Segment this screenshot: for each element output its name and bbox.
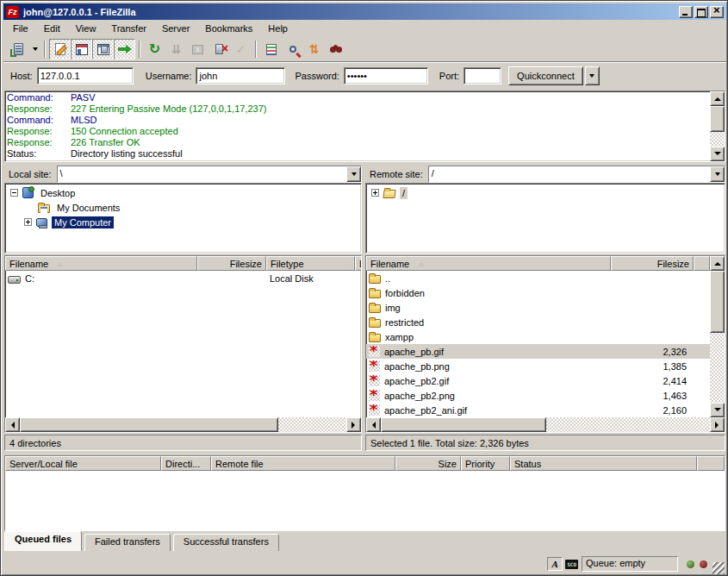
speed-limit-indicator[interactable]: SCO	[565, 560, 578, 569]
local-site-dropdown[interactable]	[346, 166, 361, 182]
menu-help[interactable]: Help	[260, 22, 296, 35]
port-input[interactable]	[464, 67, 501, 85]
scroll-right-button[interactable]	[346, 417, 361, 432]
transfer-type-indicator[interactable]: A	[547, 557, 563, 571]
scrollbar-track[interactable]	[710, 132, 725, 147]
username-input[interactable]	[196, 67, 285, 85]
scroll-right-button[interactable]	[710, 417, 725, 432]
toggle-local-tree-button[interactable]	[71, 39, 92, 59]
queue-body[interactable]	[5, 471, 725, 530]
tree-item-my-documents[interactable]: My Documents	[5, 200, 361, 215]
send-activity-led	[700, 560, 707, 568]
log-line: Response:226 Transfer OK	[7, 137, 708, 148]
close-button[interactable]	[710, 6, 724, 18]
log-scrollbar[interactable]	[710, 91, 725, 161]
site-manager-dropdown[interactable]	[29, 40, 40, 59]
scroll-left-button[interactable]	[5, 417, 20, 432]
site-manager-button[interactable]	[8, 39, 29, 59]
title-bar[interactable]: john@127.0.0.1 - FileZilla	[3, 3, 726, 20]
scrollbar-thumb[interactable]	[710, 271, 725, 333]
queue-header: Server/Local file Directi... Remote file…	[5, 456, 725, 471]
scroll-up-button[interactable]	[710, 256, 725, 271]
remote-file-row-selected[interactable]: apache_pb.gif 2,326	[366, 344, 710, 359]
remote-site-dropdown[interactable]	[710, 166, 725, 182]
menu-transfer[interactable]: Transfer	[103, 22, 154, 35]
synchronized-browsing-button[interactable]	[303, 39, 325, 59]
local-site-combobox[interactable]: \	[57, 166, 362, 183]
remote-file-row[interactable]: ..	[366, 271, 710, 285]
column-direction[interactable]: Directi...	[161, 456, 211, 471]
tab-queued-files[interactable]: Queued files	[4, 531, 82, 551]
scrollbar-track[interactable]	[546, 417, 710, 432]
menu-file[interactable]: File	[5, 22, 36, 35]
remote-file-row[interactable]: apache_pb2.png 1,463	[366, 388, 710, 403]
menu-edit[interactable]: Edit	[36, 22, 68, 35]
host-input[interactable]	[37, 67, 134, 85]
expand-icon[interactable]	[371, 189, 379, 197]
column-filename[interactable]: Filename	[366, 256, 611, 271]
menu-server[interactable]: Server	[154, 22, 197, 35]
column-filesize[interactable]: Filesize	[611, 256, 694, 271]
column-filetype[interactable]: Filetype	[266, 256, 355, 271]
scrollbar-thumb[interactable]	[381, 417, 546, 432]
column-priority[interactable]: Priority	[461, 456, 510, 471]
scrollbar-thumb[interactable]	[20, 417, 278, 432]
remote-file-row[interactable]: img	[366, 300, 710, 315]
local-file-row[interactable]: C: Local Disk	[5, 271, 361, 285]
directory-comparison-button[interactable]	[282, 39, 303, 59]
remote-horizontal-scrollbar[interactable]	[366, 417, 725, 432]
refresh-button[interactable]	[144, 39, 165, 59]
remote-file-row[interactable]: forbidden	[366, 285, 710, 300]
scrollbar-track[interactable]	[710, 333, 725, 403]
tree-item-my-computer[interactable]: My Computer	[5, 215, 361, 229]
local-file-list: Filename Filesize Filetype L C: Local Di…	[4, 255, 362, 433]
scroll-up-button[interactable]	[710, 91, 725, 106]
remote-file-row[interactable]: apache_pb2.gif 2,414	[366, 373, 710, 388]
tab-successful-transfers[interactable]: Successful transfers	[173, 534, 279, 551]
toolbar	[3, 37, 726, 61]
expand-icon[interactable]	[24, 218, 32, 226]
collapse-icon[interactable]	[10, 189, 18, 197]
scrollbar-thumb[interactable]	[710, 106, 725, 132]
quickconnect-dropdown[interactable]	[585, 66, 600, 85]
remote-site-combobox[interactable]: /	[428, 166, 725, 183]
menu-bookmarks[interactable]: Bookmarks	[197, 22, 260, 35]
scroll-down-button[interactable]	[710, 147, 725, 161]
column-filename[interactable]: Filename	[5, 256, 197, 271]
find-files-button[interactable]	[325, 39, 346, 59]
toggle-queue-button[interactable]	[114, 39, 135, 59]
column-filesize[interactable]: Filesize	[197, 256, 266, 271]
remote-vertical-scrollbar[interactable]	[710, 256, 725, 417]
remote-file-row[interactable]: xampp	[366, 329, 710, 344]
remote-site-path[interactable]: /	[429, 166, 710, 182]
scroll-down-button[interactable]	[710, 403, 725, 417]
local-horizontal-scrollbar[interactable]	[5, 417, 361, 432]
local-site-path[interactable]: \	[58, 166, 346, 182]
minimize-button[interactable]	[679, 6, 693, 18]
toggle-message-log-button[interactable]	[49, 39, 71, 59]
filename-filters-button[interactable]	[260, 39, 282, 59]
column-last-modified[interactable]: L	[355, 256, 362, 271]
scrollbar-track[interactable]	[278, 417, 346, 432]
column-status[interactable]: Status	[510, 456, 697, 471]
remote-file-row[interactable]: restricted	[366, 315, 710, 329]
resize-grip[interactable]	[712, 562, 725, 574]
quickconnect-button[interactable]: Quickconnect	[508, 66, 583, 85]
tree-item-root[interactable]: /	[366, 185, 725, 200]
host-label: Host:	[10, 71, 33, 81]
column-server-local-file[interactable]: Server/Local file	[5, 456, 161, 471]
column-size[interactable]: Size	[395, 456, 461, 471]
menu-view[interactable]: View	[68, 22, 104, 35]
password-input[interactable]	[344, 67, 428, 85]
scroll-left-button[interactable]	[366, 417, 381, 432]
column-remote-file[interactable]: Remote file	[211, 456, 395, 471]
toggle-remote-tree-button[interactable]	[92, 39, 114, 59]
disconnect-button[interactable]	[208, 39, 230, 59]
remote-file-row[interactable]: apache_pb.png 1,385	[366, 359, 710, 373]
maximize-button[interactable]	[694, 6, 708, 18]
folder-icon	[369, 334, 381, 342]
tree-item-desktop[interactable]: Desktop	[5, 185, 361, 200]
remote-file-row[interactable]: apache_pb2_ani.gif 2,160	[366, 403, 710, 417]
filezilla-window: john@127.0.0.1 - FileZilla File Edit Vie…	[0, 0, 728, 576]
tab-failed-transfers[interactable]: Failed transfers	[84, 534, 171, 551]
